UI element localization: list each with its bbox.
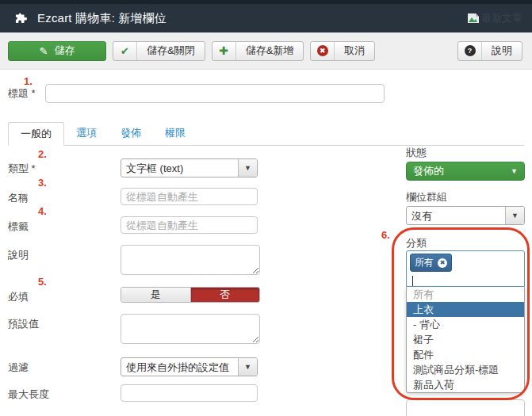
annotation-3: 3. — [38, 177, 47, 189]
field-group-label: 欄位群組 — [406, 190, 525, 203]
empty-input-box[interactable] — [406, 399, 525, 416]
filter-field-row: 過濾 使用來自外掛的設定值 ▼ — [8, 357, 281, 376]
annotation-5: 5. — [38, 276, 47, 288]
category-dropdown: 所有 上衣 - 背心 裙子 配件 測試商品分類-標題 新品入荷 — [406, 287, 525, 393]
category-option: 所有 — [407, 287, 524, 302]
annotation-2: 2. — [38, 148, 47, 160]
caret-down-icon[interactable]: ▼ — [505, 207, 524, 224]
help-label: 說明 — [482, 44, 522, 58]
default-field-label: 預設值 — [8, 314, 121, 331]
category-option[interactable]: - 背心 — [407, 317, 524, 332]
question-circle-icon: ? — [465, 45, 476, 56]
tab-options[interactable]: 選項 — [64, 122, 109, 145]
title-input[interactable] — [45, 84, 385, 103]
name-input[interactable] — [121, 188, 258, 205]
required-field-label: 必填 — [8, 287, 121, 304]
default-value-textarea[interactable] — [121, 314, 260, 344]
description-textarea[interactable] — [121, 245, 260, 275]
type-field-row: 類型 * 文字框 (text) ▼ — [8, 158, 281, 177]
category-chip-label: 所有 — [415, 256, 434, 269]
form-right-column: 狀態 發佈的 ▼ 欄位群組 沒有 ▼ 分類 所有 ✖ 所有 上衣 - 背心 裙子… — [406, 146, 525, 416]
default-field-row: 預設值 — [8, 314, 281, 344]
text-cursor — [412, 276, 413, 286]
category-multiselect[interactable]: 所有 ✖ — [406, 250, 525, 287]
plus-icon: ✚ — [219, 44, 228, 57]
broken-image-icon — [467, 13, 480, 24]
navbar: Ezcart 購物車: 新增欄位 最新文章 — [0, 4, 532, 32]
navbar-right: 最新文章 — [467, 11, 522, 25]
status-label: 狀態 — [406, 146, 525, 158]
category-option[interactable]: 配件 — [407, 347, 524, 362]
page-title: Ezcart 購物車: 新增欄位 — [37, 11, 166, 26]
label-field-row: 標籤 — [8, 216, 281, 234]
annotation-6: 6. — [381, 229, 390, 241]
toolbar: ✎ 儲存 ✔ 儲存&關閉 ✚ 儲存&新增 ✖ 取消 ? 說明 — [0, 32, 532, 70]
required-no-button[interactable]: 否 — [191, 288, 260, 302]
field-group-select-value: 沒有 — [407, 207, 505, 224]
type-select-value: 文字框 (text) — [121, 159, 238, 177]
page: 1. 2. 3. 4. 5. 6. Ezcart 購物車: 新增欄位 最新文章 … — [0, 0, 532, 416]
cancel-label: 取消 — [335, 44, 374, 58]
annotation-4: 4. — [38, 205, 47, 217]
filter-select[interactable]: 使用來自外掛的設定值 ▼ — [121, 357, 258, 376]
name-field-row: 名稱 — [8, 188, 281, 205]
field-group-select[interactable]: 沒有 ▼ — [406, 206, 525, 225]
save-new-label: 儲存&新增 — [236, 44, 304, 58]
chip-remove-icon[interactable]: ✖ — [438, 258, 447, 268]
status-select[interactable]: 發佈的 ▼ — [406, 162, 525, 181]
category-chip: 所有 ✖ — [410, 254, 452, 272]
caret-down-icon: ▼ — [511, 167, 518, 175]
required-field-row: 必填 是 否 — [8, 287, 281, 304]
label-field-label: 標籤 — [8, 216, 121, 234]
name-field-label: 名稱 — [8, 188, 121, 205]
check-icon: ✔ — [121, 45, 129, 57]
cancel-button[interactable]: ✖ 取消 — [310, 41, 375, 61]
tab-permissions[interactable]: 權限 — [153, 122, 197, 145]
label-input[interactable] — [121, 216, 258, 234]
save-pencil-icon: ✎ — [40, 45, 48, 57]
status-select-value: 發佈的 — [413, 164, 444, 178]
puzzle-icon — [14, 11, 29, 26]
category-option[interactable]: 裙子 — [407, 332, 524, 347]
cancel-circle-icon: ✖ — [317, 45, 328, 56]
help-button[interactable]: ? 說明 — [457, 41, 522, 61]
tab-bar: 一般的 選項 發佈 權限 — [8, 122, 524, 146]
caret-down-icon[interactable]: ▼ — [238, 358, 257, 376]
category-label: 分類 — [406, 236, 525, 249]
maxlength-field-label: 最大長度 — [8, 384, 121, 402]
tab-general[interactable]: 一般的 — [8, 122, 64, 146]
maxlength-input[interactable] — [121, 384, 258, 402]
required-yes-button[interactable]: 是 — [121, 288, 191, 302]
save-button[interactable]: ✎ 儲存 — [8, 41, 106, 61]
description-field-label: 說明 — [8, 245, 121, 262]
save-button-label: 儲存 — [54, 44, 75, 58]
save-close-label: 儲存&關閉 — [137, 44, 205, 58]
annotation-1: 1. — [24, 75, 33, 87]
save-new-button[interactable]: ✚ 儲存&新增 — [212, 41, 304, 61]
type-select[interactable]: 文字框 (text) ▼ — [121, 158, 258, 177]
filter-select-value: 使用來自外掛的設定值 — [121, 358, 238, 376]
logo-alt-text: 最新文章 — [481, 11, 522, 25]
type-field-label: 類型 * — [8, 158, 121, 176]
title-field-label: 標題 * — [8, 86, 45, 101]
save-close-button[interactable]: ✔ 儲存&關閉 — [113, 41, 205, 61]
category-option[interactable]: 測試商品分類-標題 — [407, 362, 524, 377]
maxlength-field-row: 最大長度 — [8, 384, 281, 402]
category-option[interactable]: 新品入荷 — [407, 377, 524, 392]
category-option[interactable]: 上衣 — [407, 302, 524, 317]
title-field-row: 標題 * — [8, 84, 524, 103]
form-left-column: 類型 * 文字框 (text) ▼ 名稱 標籤 說明 必填 — [8, 158, 281, 402]
description-field-row: 說明 — [8, 245, 281, 275]
caret-down-icon[interactable]: ▼ — [238, 159, 257, 177]
tab-publishing[interactable]: 發佈 — [109, 122, 153, 145]
required-toggle: 是 否 — [121, 287, 260, 303]
filter-field-label: 過濾 — [8, 357, 121, 375]
